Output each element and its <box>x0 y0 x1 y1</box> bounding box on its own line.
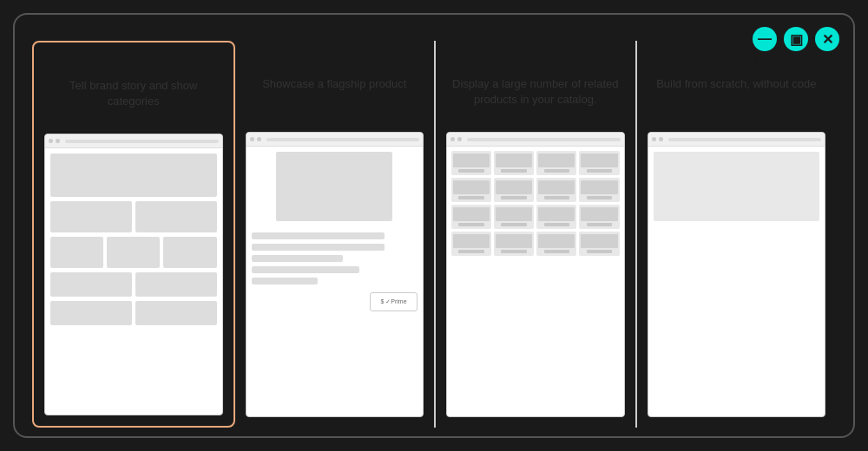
card-blank[interactable]: BLANK Build from scratch, without code <box>637 41 837 428</box>
card-marquee-mockup <box>44 134 223 415</box>
card-pg-mockup <box>446 132 625 417</box>
card-ph-title: PRODUCT HIGHLIGHT <box>261 55 408 69</box>
card-blank-mockup <box>648 132 826 417</box>
card-product-grid[interactable]: PRODUCT GRID Display a large number of r… <box>436 41 637 428</box>
card-blank-desc: Build from scratch, without code <box>656 76 816 121</box>
card-ph-desc: Showcase a flagship product <box>262 76 406 121</box>
main-window: — ▣ ✕ MARQUEE Tell brand story and show … <box>13 13 855 438</box>
card-product-highlight[interactable]: PRODUCT HIGHLIGHT Showcase a flagship pr… <box>235 41 437 428</box>
card-blank-title: BLANK <box>713 55 760 69</box>
price-box: $ ✓Prime <box>370 292 418 311</box>
card-pg-title: PRODUCT GRID <box>483 55 589 69</box>
card-marquee-desc: Tell brand story and show categories <box>44 78 223 123</box>
card-marquee[interactable]: MARQUEE Tell brand story and show catego… <box>32 41 235 428</box>
card-marquee-title: MARQUEE <box>99 56 168 71</box>
cards-container: MARQUEE Tell brand story and show catego… <box>32 41 836 428</box>
card-pg-desc: Display a large number of related produc… <box>446 76 625 121</box>
card-ph-mockup: $ ✓Prime <box>246 132 424 417</box>
